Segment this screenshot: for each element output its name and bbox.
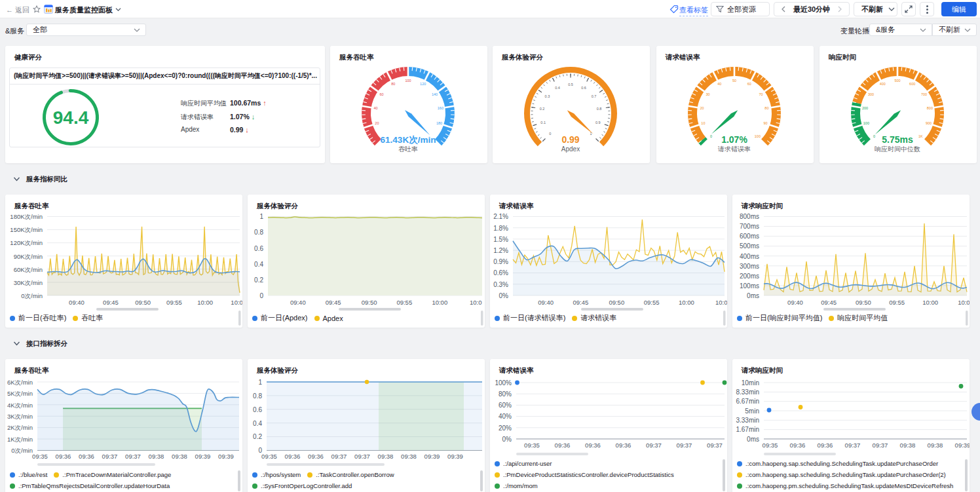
svg-text:09:36: 09:36: [555, 442, 571, 449]
svg-text:09:36: 09:36: [616, 442, 631, 449]
svg-text:2.1%: 2.1%: [493, 213, 508, 220]
svg-text:09:36: 09:36: [79, 453, 94, 460]
svg-text:Apdex: Apdex: [561, 145, 580, 153]
svg-text:10:0: 10:0: [470, 299, 482, 306]
svg-text:10:0: 10:0: [231, 299, 242, 306]
svg-text:90K次/min: 90K次/min: [14, 253, 43, 260]
svg-text:0ms: 0ms: [747, 436, 759, 443]
svg-text:0.4: 0.4: [254, 261, 263, 268]
svg-text:10:00: 10:00: [197, 299, 213, 306]
svg-text:900: 900: [926, 121, 932, 125]
svg-text:120: 120: [420, 82, 426, 86]
svg-text:100%: 100%: [495, 379, 512, 387]
svg-text:3K次/min: 3K次/min: [7, 413, 33, 420]
svg-text:140: 140: [432, 92, 438, 96]
svg-text:09:36: 09:36: [56, 453, 71, 460]
svg-text:40%: 40%: [499, 413, 512, 420]
svg-text:09:37: 09:37: [646, 442, 662, 449]
svg-text:09:38: 09:38: [172, 453, 187, 460]
svg-text:400: 400: [880, 82, 886, 86]
svg-text:1K次/min: 1K次/min: [7, 436, 33, 443]
svg-text:80: 80: [391, 82, 395, 86]
svg-text:09:37: 09:37: [125, 453, 141, 460]
svg-text:09:37: 09:37: [331, 453, 347, 460]
svg-text:09:35: 09:35: [261, 453, 277, 460]
svg-text:10:0: 10:0: [958, 299, 970, 306]
svg-text:09:45: 09:45: [573, 299, 589, 306]
svg-text:700: 700: [921, 92, 927, 96]
svg-text:1K: 1K: [918, 134, 923, 138]
svg-text:09:37: 09:37: [845, 442, 861, 449]
svg-text:09:36: 09:36: [308, 453, 324, 460]
svg-text:响应时间中位数: 响应时间中位数: [875, 145, 920, 153]
svg-text:0.99: 0.99: [561, 134, 579, 145]
svg-text:0.4: 0.4: [555, 86, 560, 90]
svg-text:30: 30: [706, 92, 709, 96]
svg-text:800: 800: [927, 106, 933, 110]
svg-text:100: 100: [863, 121, 869, 125]
svg-text:0.5: 0.5: [568, 83, 573, 86]
svg-text:0.3: 0.3: [545, 94, 550, 98]
svg-text:0.8: 0.8: [254, 229, 263, 236]
svg-text:1.8%: 1.8%: [493, 225, 508, 232]
svg-text:2K次/min: 2K次/min: [7, 424, 33, 431]
svg-text:09:36: 09:36: [585, 442, 601, 449]
svg-text:09:45: 09:45: [326, 299, 341, 306]
svg-text:0.8: 0.8: [597, 107, 602, 111]
svg-text:1.67min: 1.67min: [736, 426, 759, 433]
svg-text:09:38: 09:38: [401, 453, 417, 460]
svg-text:0.6%: 0.6%: [493, 269, 508, 276]
svg-text:09:50: 09:50: [135, 299, 151, 306]
svg-text:09:50: 09:50: [856, 299, 871, 306]
svg-text:600: 600: [909, 82, 915, 86]
svg-text:5.75ms: 5.75ms: [882, 134, 913, 145]
svg-text:09:55: 09:55: [644, 299, 660, 306]
svg-text:3.33min: 3.33min: [736, 417, 759, 424]
svg-text:10min: 10min: [742, 379, 759, 387]
svg-text:09:40: 09:40: [787, 299, 803, 306]
svg-text:0ms: 0ms: [747, 292, 759, 299]
svg-text:80%: 80%: [499, 390, 512, 398]
svg-text:0%: 0%: [502, 436, 512, 443]
svg-text:0: 0: [549, 132, 551, 136]
svg-text:60: 60: [379, 92, 383, 96]
svg-text:10:00: 10:00: [679, 299, 694, 306]
svg-text:09:38: 09:38: [900, 442, 916, 449]
svg-text:09:39: 09:39: [424, 453, 440, 460]
svg-text:600ms: 600ms: [740, 233, 759, 240]
svg-text:0.2: 0.2: [540, 107, 545, 111]
svg-text:09:40: 09:40: [290, 299, 306, 306]
svg-text:09:38: 09:38: [928, 442, 943, 449]
svg-text:94.4: 94.4: [53, 107, 89, 128]
svg-text:0%: 0%: [499, 292, 509, 299]
svg-text:10:0: 10:0: [715, 299, 727, 306]
svg-text:200ms: 200ms: [740, 273, 759, 280]
svg-text:500: 500: [894, 79, 900, 83]
svg-text:4K次/min: 4K次/min: [7, 402, 33, 409]
svg-text:09:36: 09:36: [818, 442, 833, 449]
svg-text:0: 0: [710, 134, 712, 138]
svg-text:09:55: 09:55: [889, 299, 905, 306]
svg-text:09:35: 09:35: [763, 442, 778, 449]
svg-text:180K次/min: 180K次/min: [10, 213, 43, 220]
svg-text:09:45: 09:45: [821, 299, 837, 306]
svg-text:0.6: 0.6: [581, 86, 586, 90]
svg-text:10:00: 10:00: [432, 299, 447, 306]
svg-text:09:35: 09:35: [32, 453, 48, 460]
svg-text:09:38: 09:38: [149, 453, 164, 460]
svg-text:0次/min: 0次/min: [11, 447, 33, 454]
svg-text:5K次/min: 5K次/min: [7, 390, 33, 397]
svg-text:09:37: 09:37: [873, 442, 888, 449]
svg-text:0.8: 0.8: [253, 392, 262, 400]
svg-text:180: 180: [436, 121, 442, 125]
svg-text:0次/min: 0次/min: [21, 292, 43, 299]
svg-text:09:35: 09:35: [524, 442, 540, 449]
svg-text:09:50: 09:50: [362, 299, 377, 306]
svg-text:1.07%: 1.07%: [721, 134, 747, 145]
svg-text:0.4: 0.4: [253, 420, 262, 427]
svg-text:1.2%: 1.2%: [493, 247, 508, 254]
svg-text:80: 80: [764, 106, 768, 110]
svg-text:1: 1: [258, 379, 262, 386]
svg-text:100: 100: [405, 79, 411, 83]
svg-text:40: 40: [717, 82, 721, 86]
